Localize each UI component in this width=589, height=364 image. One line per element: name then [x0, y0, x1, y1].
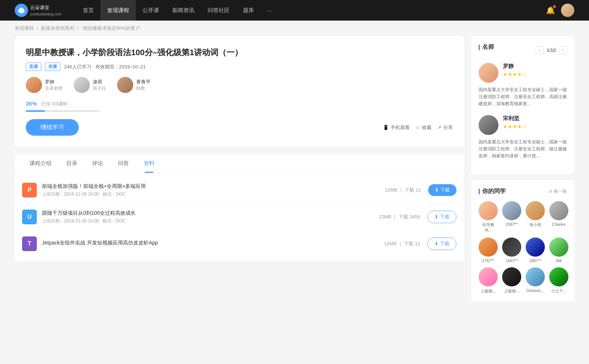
- resource-1-meta: 上传日期：2019-12-28 16:00 格式：DOC: [42, 191, 385, 197]
- progress-section: 26% 已学习0课时: [26, 100, 453, 112]
- teachers-page: 1/10: [547, 47, 556, 53]
- download-button-2[interactable]: ⬇ 下载: [427, 211, 456, 223]
- teacher-3-role: 助教: [136, 85, 151, 92]
- refresh-classmates-button[interactable]: ↺ 换一换: [549, 188, 567, 195]
- resource-3-stats: 12MB ｜ 下载 12: [384, 240, 420, 247]
- classmate-8: Bill: [549, 238, 568, 263]
- classmate-11-name: Oooooo...: [526, 288, 544, 293]
- nav-item-discover[interactable]: 发现课程: [100, 0, 136, 21]
- teachers-pagination: ‹ 1/10 ›: [536, 46, 567, 54]
- teacher-2-role: 班主任: [93, 85, 106, 92]
- teacher-1-role: 主讲老师: [45, 85, 63, 92]
- classmate-5-avatar: [479, 238, 498, 257]
- mobile-watch-button[interactable]: 📱 手机观看: [383, 124, 410, 131]
- classmate-2-avatar: [502, 201, 521, 220]
- nav-right: 🔔: [546, 4, 574, 17]
- nav-item-more[interactable]: ···: [261, 0, 279, 21]
- classmate-12-name: 小土干...: [551, 288, 567, 294]
- teachers-next-button[interactable]: ›: [559, 46, 567, 54]
- progress-bar-fill: [26, 110, 45, 112]
- main-layout: 明星中教授课，小学阶段语法100分–强化级第1讲动词（一） 直播 录播 246人…: [0, 36, 589, 322]
- logo-icon: [15, 4, 28, 17]
- teachers-list: 罗静 主讲老师 凌荷 班主任 青青平 助教: [26, 77, 453, 93]
- classmate-6-avatar: [502, 238, 521, 257]
- nav-item-news[interactable]: 新闻资讯: [166, 0, 201, 21]
- classmate-11-avatar: [526, 267, 545, 286]
- breadcrumb-discover[interactable]: 发现课程: [15, 25, 34, 31]
- collect-icon: ☆: [416, 125, 420, 130]
- classmate-8-avatar: [549, 238, 568, 257]
- navigation: 云朵课堂yunduoketang.com 首页 发现课程 公开课 新闻资讯 问答…: [0, 0, 589, 21]
- breadcrumb-sep2: /: [77, 25, 80, 31]
- tab-catalog[interactable]: 目录: [59, 154, 85, 173]
- progress-sub: 已学习0课时: [41, 101, 68, 107]
- logo-text: 云朵课堂yunduoketang.com: [30, 4, 61, 17]
- share-icon: ↗: [437, 125, 441, 130]
- tab-resource[interactable]: 资料: [136, 154, 162, 173]
- tab-review[interactable]: 评论: [85, 154, 110, 173]
- continue-button[interactable]: 继续学习: [26, 119, 79, 136]
- resource-2-stats: 12MB ｜ 下载 3456: [379, 214, 420, 220]
- classmate-7: 1867**: [526, 238, 545, 263]
- resource-item: U 跟随千万级项目从0到100全过程高效成长 上传日期：2019-12-28 1…: [22, 204, 456, 231]
- sidebar-teacher-2-name: 宋利坚: [503, 115, 527, 122]
- sidebar-teacher-1-avatar: [479, 63, 498, 83]
- teacher-1-info: 罗静 主讲老师: [45, 79, 63, 92]
- teacher-2-avatar: [74, 77, 90, 93]
- resource-item: T Jetpack全组件实战 开发短视频应用高仿皮皮虾App 12MB ｜ 下载…: [22, 231, 456, 257]
- nav-item-quiz[interactable]: 题库: [236, 0, 261, 21]
- classmate-3: 张小田: [526, 201, 545, 233]
- sidebar-teacher-1-details: 罗静 ★★★★☆: [503, 63, 527, 77]
- classmate-12: 小土干...: [549, 267, 568, 294]
- notification-dot: [553, 5, 556, 8]
- tabs: 课程介绍 目录 评论 问答 资料: [15, 154, 464, 173]
- share-button[interactable]: ↗ 分享: [437, 124, 453, 131]
- tab-intro[interactable]: 课程介绍: [22, 154, 59, 173]
- classmate-11: Oooooo...: [526, 267, 545, 294]
- user-avatar[interactable]: [561, 4, 574, 17]
- download-button-1[interactable]: ⬇ 下载: [428, 184, 456, 196]
- sidebar-teacher-1-stars: ★★★★☆: [503, 71, 527, 77]
- sidebar-teacher-2-details: 宋利坚 ★★★★☆: [503, 115, 527, 129]
- svg-point-2: [20, 7, 23, 10]
- teachers-sidebar-title: 名师: [479, 43, 494, 51]
- notification-bell[interactable]: 🔔: [546, 6, 555, 15]
- teachers-prev-button[interactable]: ‹: [536, 46, 544, 54]
- classmate-9-name: 上版版...: [480, 288, 496, 294]
- classmate-7-name: 1867**: [529, 258, 541, 263]
- nav-item-home[interactable]: 首页: [76, 0, 100, 21]
- tab-qa[interactable]: 问答: [110, 154, 136, 173]
- classmate-9-avatar: [479, 267, 498, 286]
- resource-icon-t: T: [22, 236, 37, 251]
- collect-label: 收藏: [422, 124, 431, 131]
- mobile-label: 手机观看: [391, 124, 410, 131]
- resource-icon-u: U: [22, 210, 37, 224]
- classmate-4-name: Charles: [552, 222, 566, 226]
- avatar-image: [561, 4, 574, 17]
- teacher-3-info: 青青平 助教: [136, 79, 151, 92]
- classmates-grid: 化学教书... 1567** 张小田 Charles 1767**: [479, 201, 567, 294]
- sidebar-teacher-2-avatar: [479, 115, 498, 135]
- sidebar-teacher-2: 宋利坚 ★★★★☆ 国内某重点大学安全工程专业硕士，国家一级注册消防工程师、注册…: [479, 115, 567, 160]
- collect-button[interactable]: ☆ 收藏: [416, 124, 431, 131]
- classmate-10-name: 上版版...: [504, 288, 519, 294]
- resource-2-meta: 上传日期：2019-12-28 16:00 格式：DOC: [42, 218, 379, 224]
- download-button-3[interactable]: ⬇ 下载: [427, 238, 456, 250]
- course-title: 明星中教授课，小学阶段语法100分–强化级第1讲动词（一）: [26, 47, 453, 58]
- teacher-3: 青青平 助教: [117, 77, 151, 93]
- classmate-5-name: 1767**: [482, 258, 494, 263]
- logo[interactable]: 云朵课堂yunduoketang.com: [15, 4, 61, 17]
- classmate-1-name: 化学教书...: [479, 222, 498, 233]
- resource-1-name: 前端全栈加强版！前端全栈+全周期+多端应用: [42, 183, 385, 190]
- classmates-sidebar-card: 你的同学 ↺ 换一换 化学教书... 1567** 张小田: [471, 180, 574, 301]
- resource-1-info: 前端全栈加强版！前端全栈+全周期+多端应用 上传日期：2019-12-28 16…: [42, 183, 385, 197]
- course-card: 明星中教授课，小学阶段语法100分–强化级第1讲动词（一） 直播 录播 246人…: [15, 36, 464, 147]
- breadcrumb-series[interactable]: 新媒体营销系列: [41, 25, 74, 31]
- badge-live: 直播: [26, 63, 41, 71]
- nav-item-open[interactable]: 公开课: [136, 0, 166, 21]
- classmate-5: 1767**: [479, 238, 498, 263]
- sidebar-teacher-1: 罗静 ★★★★☆ 国内某重点大学安全工程专业硕士，国家一级注册消防工程师、注册安…: [479, 63, 567, 108]
- teacher-2-name: 凌荷: [93, 79, 106, 85]
- nav-item-qa[interactable]: 问答社区: [201, 0, 236, 21]
- sidebar-teacher-1-name: 罗静: [503, 63, 527, 70]
